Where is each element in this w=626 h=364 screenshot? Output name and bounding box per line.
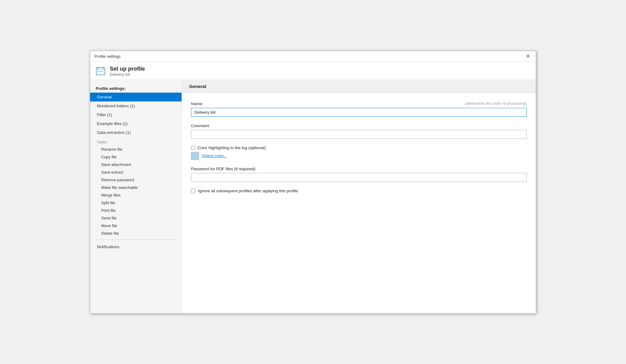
main-panel: General Name: (determines the order of p… — [182, 80, 536, 313]
task-save-extract[interactable]: Save extract — [90, 168, 182, 176]
sidebar-item-data-extraction[interactable]: Data extraction (1) — [90, 128, 182, 137]
svg-rect-2 — [98, 67, 98, 69]
name-label: Name: — [191, 101, 203, 106]
task-split-file[interactable]: Split file — [90, 199, 182, 207]
profile-settings-window: Profile settings ✕ Set up profile Delive… — [90, 51, 536, 314]
title-bar: Profile settings ✕ — [90, 51, 536, 62]
ignore-profiles-label: Ignore all subsequent profiles after app… — [198, 189, 298, 193]
comment-input[interactable] — [191, 130, 527, 139]
panel-header: General — [182, 80, 536, 93]
comment-field-row: Comment: — [191, 123, 527, 139]
svg-rect-6 — [102, 71, 103, 72]
comment-label: Comment: — [191, 123, 527, 128]
svg-rect-3 — [103, 67, 104, 69]
sidebar-item-notifications[interactable]: Notifications — [90, 242, 182, 251]
pdf-password-field-row: Password for PDF files (if required): — [191, 167, 527, 182]
sidebar-divider — [96, 240, 176, 240]
header-title: Set up profile — [110, 66, 145, 72]
task-print-file[interactable]: Print file — [90, 207, 182, 214]
task-move-file[interactable]: Move file — [90, 222, 182, 230]
profile-icon — [96, 66, 105, 76]
sidebar-item-general[interactable]: General — [90, 93, 182, 101]
sidebar-item-example-files[interactable]: Example files (1) — [90, 119, 182, 128]
color-highlight-checkbox[interactable] — [191, 146, 195, 150]
header-subtitle: Delivery bill — [110, 72, 145, 77]
pdf-password-label: Password for PDF files (if required): — [191, 167, 527, 171]
task-send-file[interactable]: Send file — [90, 214, 182, 222]
panel-title: General — [189, 84, 206, 89]
name-field-row: Name: (determines the order of processin… — [191, 101, 527, 117]
sidebar-section-label: Profile settings: — [90, 83, 182, 93]
svg-rect-4 — [98, 71, 99, 72]
header-text: Set up profile Delivery bill — [110, 66, 145, 77]
tasks-label: -Tasks- — [90, 137, 182, 145]
ignore-profiles-checkbox[interactable] — [191, 189, 196, 193]
task-merge-files[interactable]: Merge files — [90, 191, 182, 199]
window-title: Profile settings — [94, 54, 120, 59]
sidebar-item-filter[interactable]: Filter (1) — [90, 110, 182, 119]
pdf-password-input[interactable] — [191, 173, 527, 182]
close-button[interactable]: ✕ — [525, 53, 532, 60]
name-label-row: Name: (determines the order of processin… — [191, 101, 527, 106]
color-checkbox-row: Color highlighting in the log (optional)… — [191, 145, 527, 150]
window-header: Set up profile Delivery bill — [90, 62, 536, 80]
content-area: Profile settings: General Monitored fold… — [90, 80, 536, 313]
color-highlight-row: Color highlighting in the log (optional)… — [191, 145, 527, 160]
svg-rect-5 — [100, 71, 101, 72]
select-color-button[interactable]: Select color... — [202, 153, 227, 158]
color-inner-row: Select color... — [191, 152, 527, 160]
task-rename-file[interactable]: Rename file — [90, 145, 182, 153]
name-input[interactable] — [191, 108, 527, 117]
ignore-profiles-row: Ignore all subsequent profiles after app… — [191, 189, 527, 193]
task-save-attachment[interactable]: Save attachment — [90, 161, 182, 168]
sidebar: Profile settings: General Monitored fold… — [90, 80, 182, 313]
color-swatch[interactable] — [191, 152, 199, 160]
sidebar-item-monitored-folders[interactable]: Monitored folders (1) — [90, 101, 182, 110]
name-hint: (determines the order of processing) — [465, 101, 527, 106]
task-copy-file[interactable]: Copy file — [90, 153, 182, 161]
panel-content: Name: (determines the order of processin… — [182, 93, 536, 202]
task-make-file-searchable[interactable]: Make file searchable — [90, 184, 182, 191]
color-highlight-label: Color highlighting in the log (optional)… — [197, 145, 267, 150]
task-remove-password[interactable]: Remove password — [90, 176, 182, 184]
svg-rect-1 — [96, 69, 105, 70]
task-delete-file[interactable]: Delete file — [90, 230, 182, 237]
